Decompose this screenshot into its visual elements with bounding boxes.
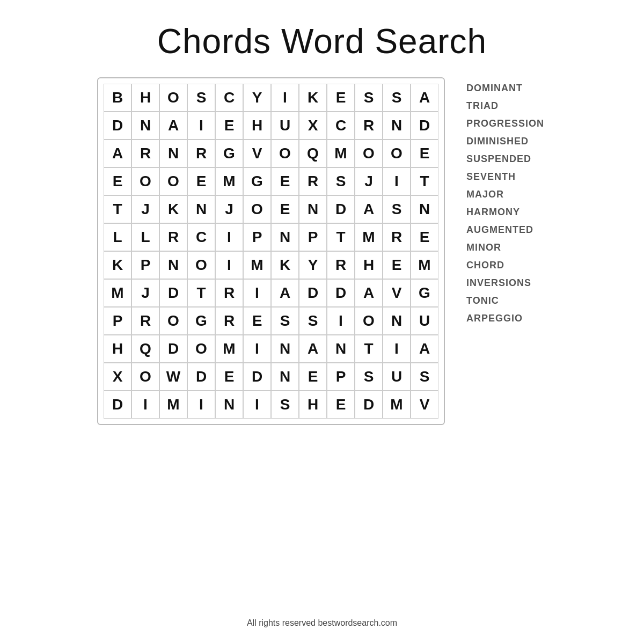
cell-1-6[interactable]: U	[271, 112, 299, 140]
cell-6-1[interactable]: P	[131, 251, 159, 279]
cell-2-0[interactable]: A	[104, 140, 131, 167]
cell-9-11[interactable]: A	[411, 335, 438, 363]
cell-9-6[interactable]: N	[271, 335, 299, 363]
cell-6-10[interactable]: E	[383, 251, 411, 279]
cell-8-5[interactable]: E	[243, 307, 271, 335]
cell-3-11[interactable]: T	[411, 167, 438, 195]
cell-3-9[interactable]: J	[355, 167, 383, 195]
cell-7-4[interactable]: R	[215, 279, 243, 307]
cell-4-2[interactable]: K	[159, 195, 187, 223]
cell-8-1[interactable]: R	[131, 307, 159, 335]
cell-11-5[interactable]: I	[243, 391, 271, 419]
cell-5-10[interactable]: R	[383, 223, 411, 251]
cell-2-7[interactable]: Q	[299, 140, 327, 167]
cell-2-4[interactable]: G	[215, 140, 243, 167]
cell-0-4[interactable]: C	[215, 84, 243, 112]
cell-6-11[interactable]: M	[411, 251, 438, 279]
cell-2-11[interactable]: E	[411, 140, 438, 167]
cell-11-1[interactable]: I	[131, 391, 159, 419]
cell-11-3[interactable]: I	[187, 391, 215, 419]
cell-7-7[interactable]: D	[299, 279, 327, 307]
cell-5-2[interactable]: R	[159, 223, 187, 251]
cell-5-5[interactable]: P	[243, 223, 271, 251]
cell-9-7[interactable]: A	[299, 335, 327, 363]
cell-6-8[interactable]: R	[327, 251, 355, 279]
cell-0-11[interactable]: A	[411, 84, 438, 112]
cell-3-8[interactable]: S	[327, 167, 355, 195]
cell-5-4[interactable]: I	[215, 223, 243, 251]
cell-8-2[interactable]: O	[159, 307, 187, 335]
cell-0-7[interactable]: K	[299, 84, 327, 112]
cell-4-0[interactable]: T	[104, 195, 131, 223]
cell-11-0[interactable]: D	[104, 391, 131, 419]
cell-5-8[interactable]: T	[327, 223, 355, 251]
cell-3-3[interactable]: E	[187, 167, 215, 195]
cell-4-3[interactable]: N	[187, 195, 215, 223]
cell-8-10[interactable]: N	[383, 307, 411, 335]
cell-1-1[interactable]: N	[131, 112, 159, 140]
cell-2-5[interactable]: V	[243, 140, 271, 167]
cell-0-9[interactable]: S	[355, 84, 383, 112]
cell-8-11[interactable]: U	[411, 307, 438, 335]
cell-9-0[interactable]: H	[104, 335, 131, 363]
cell-2-2[interactable]: N	[159, 140, 187, 167]
cell-10-9[interactable]: S	[355, 363, 383, 391]
cell-5-6[interactable]: N	[271, 223, 299, 251]
cell-1-11[interactable]: D	[411, 112, 438, 140]
cell-11-8[interactable]: E	[327, 391, 355, 419]
cell-8-3[interactable]: G	[187, 307, 215, 335]
cell-9-1[interactable]: Q	[131, 335, 159, 363]
cell-3-1[interactable]: O	[131, 167, 159, 195]
cell-5-7[interactable]: P	[299, 223, 327, 251]
cell-6-3[interactable]: O	[187, 251, 215, 279]
cell-9-8[interactable]: N	[327, 335, 355, 363]
cell-9-9[interactable]: T	[355, 335, 383, 363]
cell-10-5[interactable]: D	[243, 363, 271, 391]
cell-5-9[interactable]: M	[355, 223, 383, 251]
cell-11-7[interactable]: H	[299, 391, 327, 419]
cell-2-6[interactable]: O	[271, 140, 299, 167]
cell-11-2[interactable]: M	[159, 391, 187, 419]
cell-1-10[interactable]: N	[383, 112, 411, 140]
cell-10-8[interactable]: P	[327, 363, 355, 391]
cell-6-4[interactable]: I	[215, 251, 243, 279]
cell-0-1[interactable]: H	[131, 84, 159, 112]
cell-0-5[interactable]: Y	[243, 84, 271, 112]
cell-1-4[interactable]: E	[215, 112, 243, 140]
cell-4-8[interactable]: D	[327, 195, 355, 223]
cell-1-2[interactable]: A	[159, 112, 187, 140]
cell-7-9[interactable]: A	[355, 279, 383, 307]
cell-10-7[interactable]: E	[299, 363, 327, 391]
cell-6-5[interactable]: M	[243, 251, 271, 279]
cell-3-5[interactable]: G	[243, 167, 271, 195]
cell-0-3[interactable]: S	[187, 84, 215, 112]
cell-8-4[interactable]: R	[215, 307, 243, 335]
cell-3-0[interactable]: E	[104, 167, 131, 195]
cell-7-3[interactable]: T	[187, 279, 215, 307]
cell-0-2[interactable]: O	[159, 84, 187, 112]
cell-6-0[interactable]: K	[104, 251, 131, 279]
cell-4-9[interactable]: A	[355, 195, 383, 223]
cell-8-8[interactable]: I	[327, 307, 355, 335]
cell-10-0[interactable]: X	[104, 363, 131, 391]
cell-6-2[interactable]: N	[159, 251, 187, 279]
cell-7-6[interactable]: A	[271, 279, 299, 307]
cell-9-4[interactable]: M	[215, 335, 243, 363]
cell-7-5[interactable]: I	[243, 279, 271, 307]
cell-10-2[interactable]: W	[159, 363, 187, 391]
cell-5-0[interactable]: L	[104, 223, 131, 251]
cell-1-8[interactable]: C	[327, 112, 355, 140]
cell-10-6[interactable]: N	[271, 363, 299, 391]
cell-2-8[interactable]: M	[327, 140, 355, 167]
cell-7-2[interactable]: D	[159, 279, 187, 307]
cell-10-11[interactable]: S	[411, 363, 438, 391]
cell-7-10[interactable]: V	[383, 279, 411, 307]
cell-1-7[interactable]: X	[299, 112, 327, 140]
cell-3-6[interactable]: E	[271, 167, 299, 195]
cell-1-3[interactable]: I	[187, 112, 215, 140]
cell-3-10[interactable]: I	[383, 167, 411, 195]
cell-1-9[interactable]: R	[355, 112, 383, 140]
cell-4-7[interactable]: N	[299, 195, 327, 223]
cell-8-6[interactable]: S	[271, 307, 299, 335]
cell-11-4[interactable]: N	[215, 391, 243, 419]
